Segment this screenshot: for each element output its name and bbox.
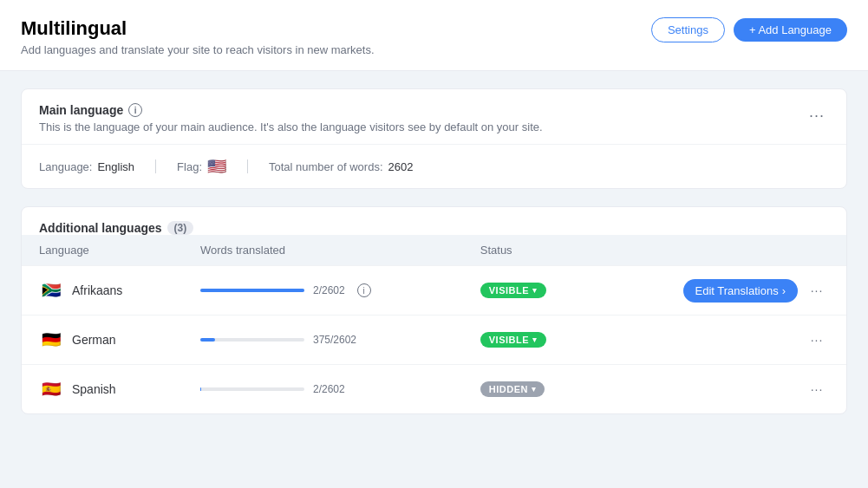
progress-bar-fill: [200, 289, 304, 292]
flag-circle: 🇿🇦: [39, 278, 63, 303]
language-label: Language:: [39, 160, 92, 173]
language-value: English: [97, 160, 134, 173]
chevron-right-icon: ›: [782, 284, 786, 297]
words-count: 2/2602: [313, 383, 345, 395]
main-language-header: Main language i This is the language of …: [22, 89, 846, 145]
words-progress-wrap: 2/2602: [200, 383, 446, 395]
main-language-body: Language: English Flag: 🇺🇸 Total number …: [22, 145, 846, 188]
chevron-down-icon: ▾: [532, 335, 538, 344]
language-name-cell: 🇪🇸 Spanish: [39, 377, 166, 401]
flag-circle: 🇪🇸: [39, 377, 63, 401]
language-name: Spanish: [72, 382, 116, 396]
language-name: Afrikaans: [72, 283, 122, 297]
col-words: Words translated: [183, 235, 463, 266]
languages-count-badge: (3): [167, 221, 194, 235]
status-badge[interactable]: VISIBLE ▾: [480, 283, 546, 298]
edit-translations-button[interactable]: Edit Translations ›: [683, 279, 798, 303]
chevron-down-icon: ▾: [532, 385, 537, 394]
words-info: Total number of words: 2602: [269, 160, 413, 173]
add-language-button[interactable]: + Add Language: [734, 18, 847, 42]
words-value: 2602: [388, 160, 414, 173]
table-row: 🇪🇸 Spanish 2/2602 HIDDEN ▾ ···: [22, 365, 846, 414]
divider-2: [247, 159, 248, 173]
progress-bar-background: [200, 289, 304, 292]
progress-bar-background: [200, 338, 304, 342]
header-left: Multilingual Add languages and translate…: [21, 17, 375, 56]
main-language-subtitle: This is the language of your main audien…: [39, 120, 543, 133]
words-label: Total number of words:: [269, 160, 383, 173]
main-language-title-block: Main language i This is the language of …: [39, 103, 543, 133]
col-status: Status: [463, 235, 600, 266]
main-language-info-icon[interactable]: i: [128, 103, 142, 117]
words-info-icon[interactable]: i: [357, 283, 371, 297]
page-subtitle: Add languages and translate your site to…: [21, 43, 375, 56]
col-actions: [600, 235, 846, 266]
words-count: 2/2602: [313, 284, 345, 296]
status-badge[interactable]: HIDDEN ▾: [480, 381, 545, 397]
page-title: Multilingual: [21, 17, 375, 40]
header-actions: Settings + Add Language: [651, 17, 847, 42]
settings-button[interactable]: Settings: [651, 17, 725, 42]
words-count: 375/2602: [313, 334, 356, 346]
progress-bar-background: [200, 387, 304, 391]
language-name-cell: 🇿🇦 Afrikaans: [39, 278, 166, 303]
words-progress-wrap: 2/2602 i: [200, 283, 446, 297]
language-name-cell: 🇩🇪 German: [39, 328, 166, 352]
row-actions: ···: [617, 377, 829, 401]
language-info: Language: English: [39, 160, 134, 173]
flag-label: Flag:: [177, 160, 202, 173]
main-language-card: Main language i This is the language of …: [21, 88, 847, 189]
additional-languages-card: Additional languages (3) Language Words …: [21, 206, 847, 414]
flag-circle: 🇩🇪: [39, 328, 63, 352]
page-header: Multilingual Add languages and translate…: [0, 0, 868, 71]
table-row: 🇿🇦 Afrikaans 2/2602 i VISIBLE ▾ Edit Tra…: [22, 266, 846, 316]
flag-emoji: 🇺🇸: [207, 157, 226, 176]
progress-bar-fill: [200, 338, 215, 342]
col-language: Language: [22, 235, 183, 266]
row-more-button[interactable]: ···: [805, 377, 829, 401]
status-badge[interactable]: VISIBLE ▾: [480, 332, 546, 348]
table-row: 🇩🇪 German 375/2602 VISIBLE ▾ ···: [22, 316, 846, 365]
flag-info: Flag: 🇺🇸: [177, 157, 226, 176]
main-language-title: Main language i: [39, 103, 543, 117]
row-actions: ···: [617, 328, 829, 352]
row-actions: Edit Translations › ···: [617, 278, 829, 303]
divider-1: [155, 159, 156, 173]
languages-table: Language Words translated Status 🇿🇦 Afri…: [22, 235, 846, 413]
language-name: German: [72, 333, 116, 347]
additional-languages-title: Additional languages (3): [22, 207, 846, 235]
progress-bar-fill: [200, 387, 201, 391]
edit-translations-label: Edit Translations: [695, 284, 779, 297]
table-header-row: Language Words translated Status: [22, 235, 846, 266]
chevron-down-icon: ▾: [532, 286, 538, 295]
page-content: Main language i This is the language of …: [0, 71, 868, 432]
main-language-more-button[interactable]: ···: [805, 103, 829, 127]
words-progress-wrap: 375/2602: [200, 334, 446, 346]
row-more-button[interactable]: ···: [805, 328, 829, 352]
row-more-button[interactable]: ···: [805, 278, 829, 303]
